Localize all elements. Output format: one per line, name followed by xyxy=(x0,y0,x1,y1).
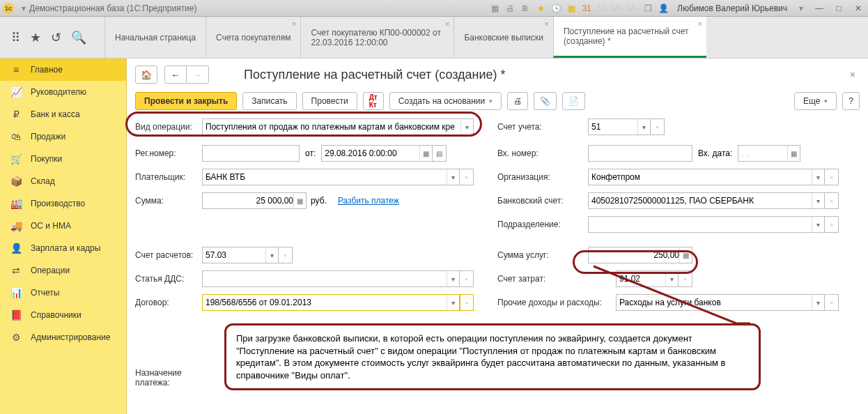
dept-label: Подразделение: xyxy=(497,220,588,229)
sidebar-item-warehouse[interactable]: 📦Склад xyxy=(0,170,126,192)
payer-open-button[interactable]: ▫ xyxy=(460,169,474,185)
tab-invoice[interactable]: Счет покупателю КП00-000002 от 22.03.201… xyxy=(300,17,454,58)
dropdown-icon[interactable]: ▾ xyxy=(447,169,459,185)
sidebar-item-bank[interactable]: ₽Банк и касса xyxy=(0,103,126,125)
tb-icon-cal[interactable]: 31 xyxy=(581,3,592,14)
calc-icon[interactable]: ▦ xyxy=(293,193,306,208)
dropdown-icon[interactable]: ▾ xyxy=(18,3,29,14)
sidebar-item-reports[interactable]: 📊Отчеты xyxy=(0,282,126,304)
tb-icon-1[interactable]: ▦ xyxy=(489,3,500,14)
reg-no-input[interactable] xyxy=(202,145,300,162)
dds-select[interactable]: ▾ xyxy=(202,270,460,287)
contract-select[interactable]: 198/568/6556 от 09.01.2013▾ xyxy=(202,294,460,311)
sidebar-item-operations[interactable]: ⇄Операции xyxy=(0,259,126,282)
apps-icon[interactable]: ⠿ xyxy=(11,30,20,45)
tb-icon-calc[interactable]: ▦ xyxy=(566,3,577,14)
sidebar-item-manager[interactable]: 📈Руководителю xyxy=(0,81,126,103)
in-no-input[interactable] xyxy=(588,145,692,162)
sidebar-item-purchases[interactable]: 🛒Покупки xyxy=(0,148,126,170)
dtk-button[interactable]: ДтКт xyxy=(363,92,384,110)
tab-bank[interactable]: Банковские выписки× xyxy=(454,17,553,58)
dropdown-icon[interactable]: ▾ xyxy=(812,217,824,232)
calendar-icon[interactable]: ▦ xyxy=(419,146,432,161)
history-icon[interactable]: ↺ xyxy=(51,30,61,45)
payer-select[interactable]: БАНК ВТБ▾ xyxy=(202,169,460,185)
sidebar-item-salary[interactable]: 👤Зарплата и кадры xyxy=(0,237,126,259)
dropdown-icon[interactable]: ▾ xyxy=(812,295,824,310)
date-input[interactable]: 29.08.2016 0:00:00▦ xyxy=(321,145,433,162)
user-name[interactable]: Любимов Валерий Юрьевич xyxy=(673,3,791,13)
tb-icon-mminus[interactable]: M- xyxy=(627,3,638,14)
org-open[interactable]: ▫ xyxy=(825,169,839,185)
dropdown-icon[interactable]: ▾ xyxy=(447,295,459,310)
sidebar-item-production[interactable]: 🏭Производство xyxy=(0,192,126,215)
doc-close-button[interactable]: × xyxy=(850,69,860,80)
back-button[interactable]: ← xyxy=(164,66,187,84)
op-type-select[interactable]: Поступления от продаж по платежным карта… xyxy=(202,118,474,135)
window-title: Демонстрационная база (1С:Предприятие) xyxy=(29,3,489,13)
split-link[interactable]: Разбить платеж xyxy=(331,196,399,206)
tb-icon-clock[interactable]: 🕓 xyxy=(550,3,561,14)
in-date-input[interactable]: . . ▦ xyxy=(738,145,800,162)
star-icon[interactable]: ★ xyxy=(30,30,41,45)
dds-open[interactable]: ▫ xyxy=(460,270,474,287)
dropdown-icon[interactable]: ▾ xyxy=(812,193,824,208)
save-button[interactable]: Записать xyxy=(242,92,296,110)
tb-icon-mplus[interactable]: M+ xyxy=(612,3,623,14)
tb-icon-print[interactable]: 🖨 xyxy=(504,3,516,14)
tb-icon-star[interactable]: ★ xyxy=(535,3,546,14)
tab-invoices[interactable]: Счета покупателям× xyxy=(206,17,300,58)
dropdown-icon[interactable]: ▾ xyxy=(637,119,650,135)
sidebar-item-refs[interactable]: 📕Справочники xyxy=(0,304,126,326)
sidebar-item-sales[interactable]: 🛍Продажи xyxy=(0,125,126,148)
dropdown-icon[interactable]: ▾ xyxy=(812,169,824,185)
org-select[interactable]: Конфетпром▾ xyxy=(588,169,825,185)
bank-acc-open[interactable]: ▫ xyxy=(825,192,839,209)
acc-settle-open[interactable]: ▫ xyxy=(279,247,293,263)
dept-select[interactable]: ▾ xyxy=(588,216,825,233)
close-button[interactable]: ✕ xyxy=(851,3,865,14)
bank-acc-select[interactable]: 40502810725000001125, ПАО СБЕРБАНК▾ xyxy=(588,192,825,209)
tb-icon-windows[interactable]: ❐ xyxy=(642,3,653,14)
sum-input[interactable]: 25 000,00▦ xyxy=(202,192,307,209)
dept-open[interactable]: ▫ xyxy=(825,216,839,233)
attach-button[interactable]: 📎 xyxy=(534,92,557,110)
tab-close-icon[interactable]: × xyxy=(445,20,449,28)
tab-close-icon[interactable]: × xyxy=(698,20,702,28)
contract-open[interactable]: ▫ xyxy=(460,294,474,311)
account-select[interactable]: 51▾ xyxy=(588,118,651,135)
forward-button[interactable]: → xyxy=(187,66,209,84)
from-label: от: xyxy=(300,148,321,158)
tab-home[interactable]: Начальная страница xyxy=(104,17,206,58)
create-on-button[interactable]: Создать на основании▾ xyxy=(389,92,502,110)
calendar-icon[interactable]: ▦ xyxy=(787,146,800,161)
sidebar-item-assets[interactable]: 🚚ОС и НМА xyxy=(0,215,126,237)
other-open[interactable]: ▫ xyxy=(825,294,839,311)
home-button[interactable]: 🏠 xyxy=(135,66,157,84)
account-open[interactable]: ▫ xyxy=(651,118,665,135)
template-button[interactable]: 📄 xyxy=(562,92,585,110)
dropdown-icon[interactable]: ▾ xyxy=(447,271,459,286)
dropdown-icon[interactable]: ▾ xyxy=(460,119,473,135)
help-button[interactable]: ? xyxy=(842,92,860,110)
user-caret[interactable]: ▾ xyxy=(796,3,807,14)
print-button[interactable]: 🖨 xyxy=(507,92,528,110)
post-close-button[interactable]: Провести и закрыть xyxy=(135,92,237,110)
acc-settle-select[interactable]: 57.03▾ xyxy=(202,247,279,263)
minimize-button[interactable]: — xyxy=(812,3,826,14)
tab-receipt[interactable]: Поступление на расчетный счет (создание)… xyxy=(553,17,706,58)
more-button[interactable]: Еще▾ xyxy=(794,92,837,110)
search-icon[interactable]: 🔍 xyxy=(71,30,86,45)
in-date-label: Вх. дата: xyxy=(692,148,738,158)
post-button[interactable]: Провести xyxy=(302,92,357,110)
tab-close-icon[interactable]: × xyxy=(545,20,549,28)
sidebar-item-main[interactable]: ≡Главное xyxy=(0,59,126,81)
date-ext-button[interactable]: ▤ xyxy=(433,145,447,162)
tb-icon-doc[interactable]: 🗎 xyxy=(520,3,531,14)
tb-icon-m[interactable]: M xyxy=(596,3,607,14)
sidebar-item-admin[interactable]: ⚙Администрирование xyxy=(0,326,126,348)
titlebar: 1c ▾ Демонстрационная база (1С:Предприят… xyxy=(0,0,868,17)
tab-close-icon[interactable]: × xyxy=(292,20,296,28)
maximize-button[interactable]: □ xyxy=(832,3,846,14)
dropdown-icon[interactable]: ▾ xyxy=(265,247,278,263)
